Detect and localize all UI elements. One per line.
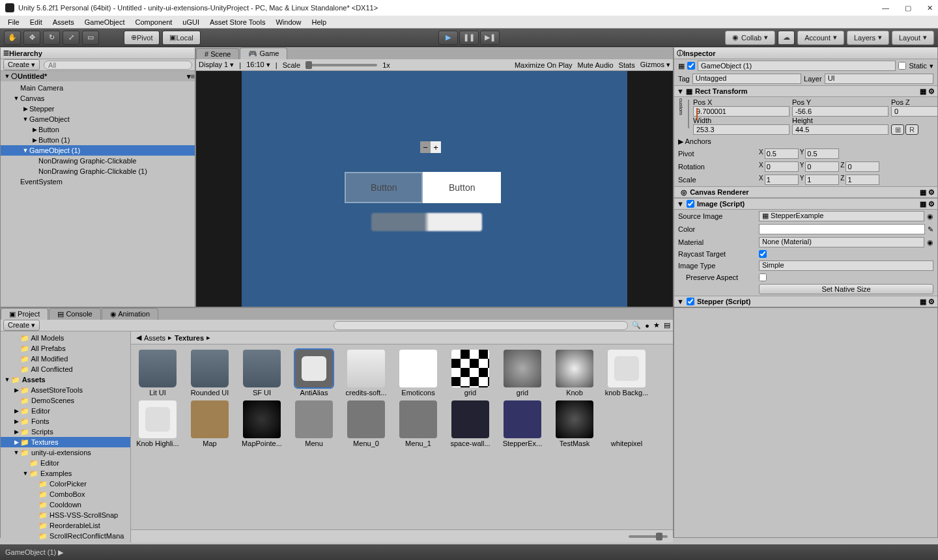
crumb-assets[interactable]: Assets <box>144 334 165 342</box>
button-1[interactable]: Button <box>345 172 423 203</box>
pause-button[interactable]: ❚❚ <box>459 31 479 45</box>
asset-item[interactable]: StepperEx... <box>498 400 547 447</box>
preserve-aspect-checkbox[interactable] <box>759 273 767 281</box>
favorites-icon[interactable]: ★ <box>653 321 660 329</box>
rot-z[interactable] <box>846 161 879 172</box>
menu-file[interactable]: File <box>3 17 25 27</box>
hierarchy-tab[interactable]: ☰ Hierarchy <box>1 48 195 59</box>
folder-item[interactable]: ▼📁 unity-ui-extensions <box>1 447 130 458</box>
project-tab[interactable]: ▣ Project <box>1 308 48 320</box>
raw-edit-button[interactable]: R <box>905 124 918 135</box>
menu-assets[interactable]: Assets <box>48 17 79 27</box>
search-filter-icon[interactable]: 🔍 <box>632 321 641 329</box>
display-dropdown[interactable]: Display 1 ▾ <box>199 61 234 69</box>
scale-slider[interactable] <box>306 64 377 66</box>
asset-item[interactable]: AntiAlias <box>290 350 338 397</box>
breadcrumb-back-icon[interactable]: ◀ <box>136 333 141 342</box>
folder-item[interactable]: ▼📁 Assets <box>1 374 130 385</box>
play-button[interactable]: ▶ <box>438 31 458 45</box>
canvas-renderer-header[interactable]: ◎ Canvas Renderer▦ ⚙ <box>674 186 937 198</box>
stats-toggle[interactable]: Stats <box>619 61 635 69</box>
minimize-button[interactable]: — <box>882 4 889 12</box>
blueprint-mode-icon[interactable]: ⊞ <box>891 124 904 135</box>
folder-item[interactable]: ▶📁 AssetStoreTools <box>1 385 130 395</box>
eyedropper-icon[interactable]: ✎ <box>928 225 933 234</box>
layers-dropdown[interactable]: Layers ▾ <box>847 31 889 45</box>
asset-item[interactable]: Menu_0 <box>342 400 390 447</box>
active-checkbox[interactable] <box>687 62 695 70</box>
folder-item[interactable]: 📁 All Modified <box>1 354 130 364</box>
menu-component[interactable]: Component <box>130 17 177 27</box>
thumbnail-size-slider[interactable] <box>629 535 668 538</box>
image-type-dropdown[interactable]: Simple <box>759 260 933 271</box>
material-field[interactable]: None (Material) <box>759 237 924 247</box>
asset-item[interactable]: space-wall... <box>446 400 494 447</box>
hierarchy-item[interactable]: ▶Button <box>1 124 195 135</box>
pivot-y[interactable] <box>805 148 839 159</box>
step-button[interactable]: ▶❚ <box>480 31 500 45</box>
folder-item[interactable]: ▶📁 Textures <box>1 437 130 447</box>
posx-input[interactable] <box>693 106 789 117</box>
collab-dropdown[interactable]: ◉ Collab ▾ <box>725 31 775 45</box>
folder-item[interactable]: 📁 ScrollRectConflictMana <box>1 531 130 541</box>
asset-item[interactable]: Lit UI <box>134 350 182 397</box>
hierarchy-item[interactable]: ▶Button (1) <box>1 135 195 145</box>
folder-item[interactable]: ▶📁 Scripts <box>1 427 130 437</box>
asset-item[interactable]: knob Backg... <box>603 350 651 397</box>
posz-input[interactable] <box>891 106 937 117</box>
account-dropdown[interactable]: Account ▾ <box>797 31 844 45</box>
folder-item[interactable]: 📁 ColorPicker <box>1 479 130 489</box>
menu-gameobject[interactable]: GameObject <box>79 17 130 27</box>
hierarchy-item[interactable]: NonDrawing Graphic-Clickable (1) <box>1 166 195 176</box>
static-checkbox[interactable] <box>898 62 906 70</box>
button-2[interactable]: Button <box>423 172 501 203</box>
filter-by-type-icon[interactable]: ● <box>645 322 649 329</box>
game-tab[interactable]: 🎮 Game <box>240 48 287 59</box>
hierarchy-item[interactable]: ▼GameObject (1) <box>1 145 195 156</box>
asset-item[interactable]: Map <box>186 400 234 447</box>
stepper-minus-icon[interactable]: − <box>420 141 431 153</box>
layout-dropdown[interactable]: Layout ▾ <box>892 31 934 45</box>
asset-item[interactable]: Emoticons <box>394 350 442 397</box>
asset-item[interactable]: whitepixel <box>603 400 651 447</box>
folder-item[interactable]: 📁 Cooldown <box>1 499 130 510</box>
scale-x[interactable] <box>765 175 799 185</box>
menu-ugui[interactable]: uGUI <box>177 17 205 27</box>
scale-tool-icon[interactable]: ⤢ <box>63 31 79 45</box>
animation-tab[interactable]: ◉ Animation <box>102 308 158 320</box>
anchor-preset[interactable] <box>688 100 689 128</box>
raycast-checkbox[interactable] <box>759 250 767 258</box>
asset-item[interactable]: grid <box>498 350 547 397</box>
set-native-size-button[interactable]: Set Native Size <box>759 284 933 294</box>
layer-dropdown[interactable]: UI <box>825 74 933 84</box>
hierarchy-item[interactable]: ▼GameObject <box>1 114 195 124</box>
asset-item[interactable]: MapPointe... <box>238 400 286 447</box>
project-create-button[interactable]: Create ▾ <box>3 320 40 331</box>
posy-input[interactable] <box>792 106 888 117</box>
scene-tab[interactable]: # Scene <box>196 48 239 59</box>
tag-dropdown[interactable]: Untagged <box>692 74 801 84</box>
scene-header[interactable]: ▼⎔ Untitled* ▾≡ <box>1 71 195 81</box>
menu-window[interactable]: Window <box>270 17 306 27</box>
height-input[interactable] <box>792 124 888 135</box>
anchors-foldout[interactable]: ▶ Anchors <box>678 137 711 146</box>
scale-y[interactable] <box>805 175 839 185</box>
rot-x[interactable] <box>765 161 799 172</box>
pivot-x[interactable] <box>765 148 799 159</box>
folder-item[interactable]: ▼📁 Examples <box>1 468 130 479</box>
save-search-icon[interactable]: ▤ <box>664 321 670 329</box>
hierarchy-item[interactable]: ▼Canvas <box>1 93 195 104</box>
cloud-icon[interactable]: ☁ <box>778 31 795 45</box>
mute-audio[interactable]: Mute Audio <box>578 61 614 69</box>
folder-item[interactable]: 📁 All Prefabs <box>1 343 130 354</box>
hierarchy-create-button[interactable]: Create ▾ <box>3 59 40 70</box>
image-header[interactable]: ▼ Image (Script)▦ ⚙ <box>674 198 937 210</box>
inspector-tab[interactable]: ⓘ Inspector <box>674 48 937 59</box>
folder-item[interactable]: 📁 All Models <box>1 333 130 343</box>
hierarchy-item[interactable]: Main Camera <box>1 83 195 93</box>
local-toggle[interactable]: ▣ Local <box>162 31 200 45</box>
asset-item[interactable]: Menu_1 <box>394 400 442 447</box>
hierarchy-item[interactable]: ▶Stepper <box>1 104 195 114</box>
folder-item[interactable]: 📁 HSS-VSS-ScrollSnap <box>1 510 130 520</box>
color-field[interactable] <box>759 224 925 234</box>
